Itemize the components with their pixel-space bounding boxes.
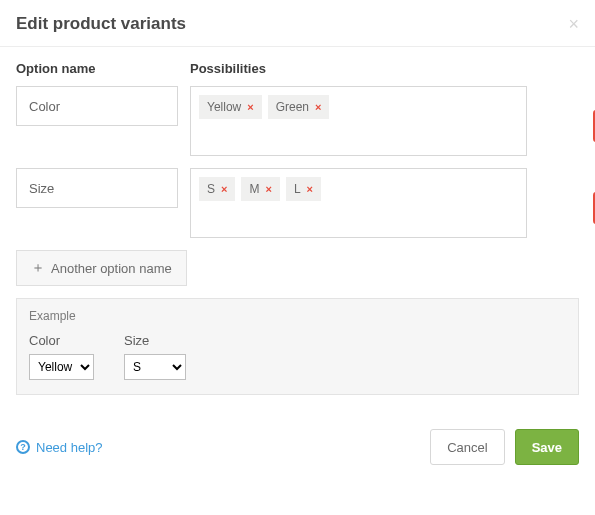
plus-icon: ＋ — [31, 259, 45, 277]
option-name-input[interactable] — [16, 168, 178, 208]
tag: Yellow × — [199, 95, 262, 119]
tag-label: Green — [276, 100, 309, 114]
modal-footer: ? Need help? Cancel Save — [0, 403, 595, 479]
modal-header: Edit product variants × — [0, 0, 595, 47]
tag-remove-icon[interactable]: × — [221, 183, 227, 195]
possibilities-box[interactable]: Yellow × Green × — [190, 86, 527, 156]
tag-remove-icon[interactable]: × — [307, 183, 313, 195]
option-row: S × M × L × × — [16, 168, 579, 238]
tag-remove-icon[interactable]: × — [265, 183, 271, 195]
tag-label: S — [207, 182, 215, 196]
possibilities-box[interactable]: S × M × L × — [190, 168, 527, 238]
header-possibilities: Possibilities — [190, 61, 579, 76]
tag: S × — [199, 177, 235, 201]
example-panel: Example Color Yellow Size S — [16, 298, 579, 395]
option-row: Yellow × Green × × — [16, 86, 579, 156]
modal-title: Edit product variants — [16, 14, 186, 34]
tag: Green × — [268, 95, 330, 119]
close-icon[interactable]: × — [568, 15, 579, 33]
tag-label: Yellow — [207, 100, 241, 114]
example-field-label: Size — [124, 333, 186, 348]
modal-body: Option name Possibilities Yellow × Green… — [0, 47, 595, 403]
tag-label: M — [249, 182, 259, 196]
example-size-select[interactable]: S — [124, 354, 186, 380]
tag-label: L — [294, 182, 301, 196]
tag-remove-icon[interactable]: × — [315, 101, 321, 113]
tag: L × — [286, 177, 321, 201]
cancel-button[interactable]: Cancel — [430, 429, 504, 465]
add-option-label: Another option name — [51, 261, 172, 276]
help-label: Need help? — [36, 440, 103, 455]
option-name-input[interactable] — [16, 86, 178, 126]
example-title: Example — [29, 309, 566, 323]
save-button[interactable]: Save — [515, 429, 579, 465]
header-option-name: Option name — [16, 61, 178, 76]
column-headers: Option name Possibilities — [16, 61, 579, 76]
help-link[interactable]: ? Need help? — [16, 440, 103, 455]
example-field-label: Color — [29, 333, 94, 348]
tag-remove-icon[interactable]: × — [247, 101, 253, 113]
example-color-select[interactable]: Yellow — [29, 354, 94, 380]
question-icon: ? — [16, 440, 30, 454]
add-option-button[interactable]: ＋ Another option name — [16, 250, 187, 286]
edit-variants-modal: Edit product variants × Option name Poss… — [0, 0, 595, 479]
tag: M × — [241, 177, 279, 201]
